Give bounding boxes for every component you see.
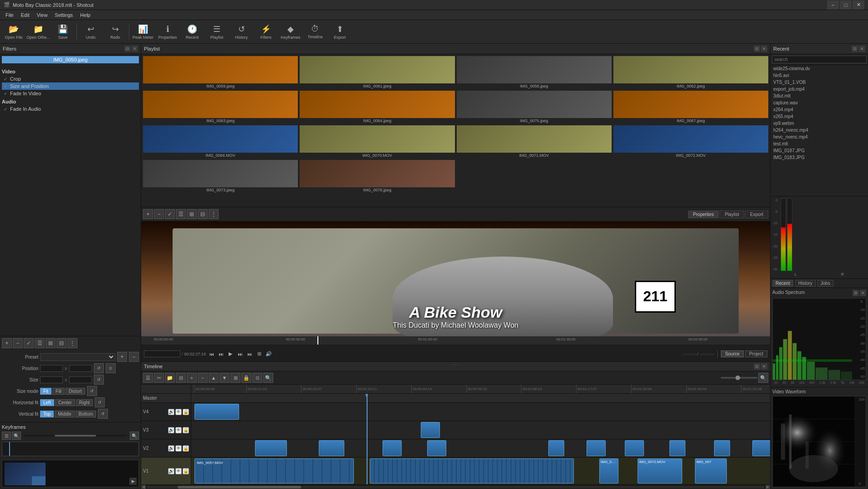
- tl-v2-clip-5[interactable]: [548, 440, 564, 456]
- recent-item-8[interactable]: vp9.webm: [771, 120, 868, 127]
- recent-button[interactable]: 🕐 Recent: [180, 21, 204, 42]
- tl-v1-clip-2[interactable]: [370, 458, 574, 484]
- tl-remove-btn[interactable]: −: [198, 373, 208, 383]
- center-btn[interactable]: Center: [55, 399, 75, 406]
- size-w-input[interactable]: 2013: [40, 376, 63, 383]
- pl-check-btn[interactable]: ✓: [165, 209, 175, 219]
- filter-list-button[interactable]: ☰: [35, 338, 45, 348]
- size-h-input[interactable]: 1132: [69, 376, 92, 383]
- tl-v1-clip-4[interactable]: IMG_0072.MOV: [638, 458, 682, 484]
- tl-v2-clip-10[interactable]: [752, 440, 770, 456]
- tl-v2-audio-btn[interactable]: 🔊: [168, 445, 174, 452]
- playlist-item-0072[interactable]: IMG_0072.MOV: [613, 125, 768, 158]
- prev-play-btn[interactable]: ▶: [226, 350, 235, 358]
- distort-btn[interactable]: Distort: [66, 388, 85, 395]
- right-tab-history[interactable]: History: [795, 280, 816, 287]
- tl-scroll-left-btn[interactable]: ◀: [141, 485, 146, 489]
- tl-v2-clip-8[interactable]: [669, 440, 685, 456]
- playlist-item-0064[interactable]: IMG_0064.jpeg: [300, 91, 454, 124]
- tl-ripple-btn[interactable]: ⊙: [252, 373, 262, 383]
- pl-remove-btn[interactable]: −: [154, 209, 164, 219]
- filter-size-position[interactable]: ✓ Size and Position: [2, 82, 139, 90]
- undo-button[interactable]: ↩ Undo: [79, 21, 102, 42]
- tl-v2-clip-6[interactable]: [587, 440, 606, 456]
- playlist-item-0071[interactable]: IMG_0071.MOV: [457, 125, 612, 158]
- tl-v2-clip-9[interactable]: [714, 440, 730, 456]
- recent-item-7[interactable]: x265.mp4: [771, 113, 868, 120]
- prev-step-fwd-btn[interactable]: ⏭: [236, 350, 244, 358]
- playlist-button[interactable]: ☰ Playlist: [205, 21, 229, 42]
- recent-item-13[interactable]: IMG_0183.JPG: [771, 154, 868, 161]
- position-y-input[interactable]: -26: [69, 365, 92, 372]
- filter-grid-button[interactable]: ⊞: [46, 338, 56, 348]
- fill-btn[interactable]: Fill: [52, 388, 65, 395]
- playlist-undock-btn[interactable]: ⊟: [754, 46, 760, 52]
- spectrum-settings-btn[interactable]: ⚙: [853, 290, 859, 296]
- tl-v2-clip-7[interactable]: [625, 440, 644, 456]
- minimize-button[interactable]: −: [827, 0, 839, 10]
- maximize-button[interactable]: □: [840, 0, 852, 10]
- tl-scroll-right-btn[interactable]: ▶: [766, 485, 770, 489]
- playlist-item-0073[interactable]: IMG_0073.jpeg: [143, 160, 298, 193]
- recent-item-9[interactable]: h264_nvenc.mp4: [771, 127, 868, 134]
- filter-fade-in-audio[interactable]: ✓ Fade In Audio: [2, 105, 139, 113]
- playlist-close-btn[interactable]: ✕: [761, 46, 767, 52]
- filter-add-button[interactable]: +: [2, 338, 12, 348]
- pl-tab-playlist[interactable]: Playlist: [720, 211, 744, 218]
- preset-remove-btn[interactable]: −: [129, 352, 139, 362]
- tl-snap-btn[interactable]: 🔒: [241, 373, 251, 383]
- filter-check-button[interactable]: ✓: [24, 338, 34, 348]
- timeline-button[interactable]: ⏱ Timeline: [303, 21, 327, 42]
- tl-v3-lock-btn[interactable]: 🔒: [183, 427, 189, 433]
- recent-item-12[interactable]: IMG_0187.JPG: [771, 147, 868, 154]
- left-btn[interactable]: Left: [40, 399, 54, 406]
- preset-add-btn[interactable]: +: [117, 352, 127, 362]
- vfit-reset-btn[interactable]: ↺: [98, 409, 108, 419]
- properties-button[interactable]: ℹ Properties: [156, 21, 179, 42]
- recent-item-1[interactable]: hin5.avi: [771, 72, 868, 79]
- playlist-item-0062[interactable]: IMG_0062.jpeg: [613, 56, 768, 89]
- playlist-item-0058[interactable]: IMG_0058.jpeg: [457, 56, 612, 89]
- tl-v4-eye-btn[interactable]: 👁: [175, 409, 182, 415]
- position-reset-btn[interactable]: ↺: [94, 363, 104, 373]
- position-lock-btn[interactable]: ⊙: [106, 363, 116, 373]
- recent-item-0[interactable]: wide25-cinema.dv: [771, 65, 868, 72]
- tl-v1-lock-btn[interactable]: 🔒: [183, 468, 189, 474]
- filters-close-button[interactable]: ✕: [132, 46, 138, 52]
- tl-v4-lock-btn[interactable]: 🔒: [183, 409, 189, 415]
- titlebar-controls[interactable]: − □ ✕: [827, 0, 864, 10]
- tl-down-btn[interactable]: ▼: [220, 373, 230, 383]
- recent-item-6[interactable]: x264.mp4: [771, 106, 868, 113]
- playlist-item-0067[interactable]: IMG_0067.jpeg: [613, 91, 768, 124]
- recent-search-input[interactable]: [772, 56, 867, 63]
- menu-edit[interactable]: Edit: [17, 11, 33, 19]
- tl-up-btn[interactable]: ▲: [209, 373, 219, 383]
- open-other-button[interactable]: 📁 Open Othe...: [26, 21, 50, 42]
- tl-menu-btn[interactable]: ☰: [143, 373, 153, 383]
- close-button[interactable]: ✕: [853, 0, 864, 10]
- filters-undock-button[interactable]: ⊟: [124, 46, 131, 52]
- bottom-btn[interactable]: Bottom: [76, 411, 97, 417]
- tl-zoom-thumb[interactable]: [735, 376, 740, 380]
- fit-btn[interactable]: Fit: [40, 388, 51, 395]
- filter-crop[interactable]: ✓ Crop: [2, 75, 139, 82]
- tl-v1-clip-5[interactable]: IMG_007: [695, 458, 727, 484]
- tl-v2-clip-2[interactable]: [319, 440, 344, 456]
- recent-item-11[interactable]: test.mlt: [771, 140, 868, 147]
- tl-v2-eye-btn[interactable]: 👁: [175, 445, 182, 452]
- prev-toggle-btn[interactable]: ⊞: [255, 350, 263, 358]
- playlist-item-0066[interactable]: IMG_0066.MOV: [143, 125, 298, 158]
- tl-v2-clip-1[interactable]: [255, 440, 287, 456]
- recent-item-10[interactable]: hevc_nvenc.mp4: [771, 134, 868, 140]
- menu-file[interactable]: File: [2, 11, 17, 19]
- tl-v1-clip-3[interactable]: IMG_0057.jpeg: [599, 458, 618, 484]
- open-file-button[interactable]: 📂 Open File: [2, 21, 26, 42]
- hfit-reset-btn[interactable]: ↺: [95, 397, 105, 407]
- filters-button[interactable]: ⚡ Filters: [254, 21, 278, 42]
- filter-dots-button[interactable]: ⋮: [67, 338, 77, 348]
- pl-add-btn[interactable]: +: [143, 209, 153, 219]
- kf-zoom-in-btn[interactable]: 🔍: [12, 432, 21, 440]
- playlist-item-0061[interactable]: IMG_0061.jpeg: [300, 56, 454, 89]
- tl-expand-btn[interactable]: ⊞: [230, 373, 240, 383]
- recent-item-5[interactable]: capture.wav: [771, 99, 868, 106]
